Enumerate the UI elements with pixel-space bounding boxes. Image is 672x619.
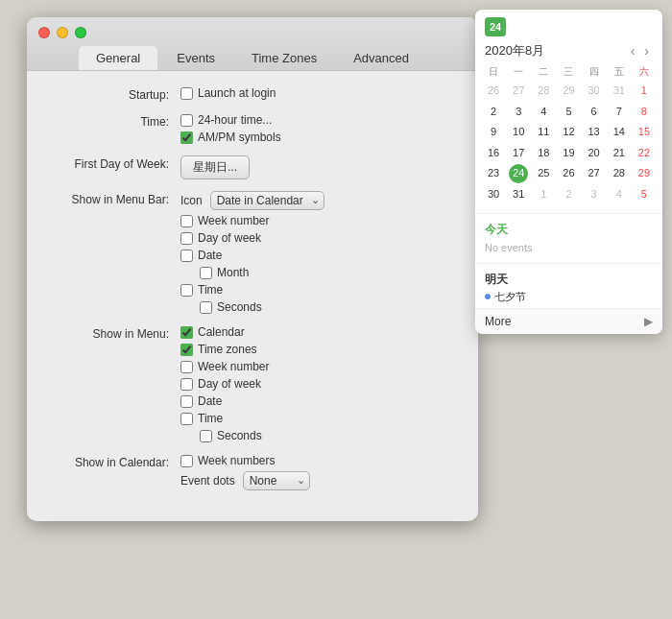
- cal-day[interactable]: 20: [582, 143, 607, 164]
- day-of-week-menubar-label: Day of week: [198, 231, 261, 245]
- cal-day[interactable]: 8: [632, 102, 657, 123]
- cal-day[interactable]: 4: [531, 102, 556, 123]
- calendar-menu-row: Calendar: [180, 325, 269, 339]
- cal-day[interactable]: 14: [607, 122, 632, 143]
- cal-day[interactable]: 10: [506, 122, 531, 143]
- close-button[interactable]: [38, 27, 50, 38]
- calendar-menu-checkbox[interactable]: [180, 326, 193, 339]
- date-menubar-checkbox[interactable]: [180, 250, 193, 262]
- maximize-button[interactable]: [75, 27, 86, 38]
- icon-select-wrapper: Icon Date in Calendar Date only Icon onl…: [180, 191, 324, 210]
- cal-day[interactable]: 30: [481, 184, 506, 205]
- cal-day[interactable]: 3: [506, 102, 531, 123]
- menu-bar-select[interactable]: Date in Calendar Date only Icon only: [210, 191, 324, 210]
- launch-at-login-checkbox[interactable]: [180, 87, 193, 100]
- cal-day[interactable]: 5: [556, 102, 581, 123]
- seconds-menu-checkbox[interactable]: [200, 430, 212, 442]
- tab-time-zones[interactable]: Time Zones: [234, 46, 334, 70]
- calendar-menu-label: Calendar: [198, 325, 245, 339]
- cal-tomorrow-section: 明天 七夕节: [475, 268, 662, 308]
- cal-next-button[interactable]: ›: [640, 43, 653, 59]
- event-dots-text: Event dots: [180, 474, 235, 488]
- show-menu-controls: Calendar Time zones Week number Day of w…: [180, 325, 269, 442]
- cal-day[interactable]: 22: [632, 143, 657, 164]
- cal-day[interactable]: 25: [531, 163, 556, 184]
- title-bar: General Events Time Zones Advanced: [27, 17, 478, 71]
- cal-day[interactable]: 31: [506, 184, 531, 205]
- date-menubar-label: Date: [198, 249, 222, 262]
- cal-day[interactable]: 27: [582, 163, 607, 184]
- cal-day[interactable]: 6: [582, 102, 607, 123]
- cal-day[interactable]: 7: [607, 102, 632, 123]
- time-label: Time:: [46, 113, 180, 129]
- minimize-button[interactable]: [57, 27, 68, 38]
- cal-day[interactable]: 5: [632, 184, 657, 205]
- cal-day[interactable]: 26: [481, 81, 506, 102]
- time-zones-menu-row: Time zones: [180, 343, 269, 356]
- cal-day[interactable]: 19: [556, 143, 581, 164]
- date-menu-checkbox[interactable]: [180, 395, 193, 408]
- seconds-menubar-label: Seconds: [217, 300, 262, 314]
- cal-more-row[interactable]: More ▶: [475, 308, 662, 334]
- cal-day[interactable]: 1: [531, 184, 556, 205]
- cal-day[interactable]: 3: [582, 184, 607, 205]
- cal-day[interactable]: 2: [481, 102, 506, 123]
- show-menu-bar-row: Show in Menu Bar: Icon Date in Calendar …: [46, 191, 459, 314]
- launch-at-login-row: Launch at login: [180, 86, 276, 100]
- cal-day[interactable]: 16: [481, 143, 506, 164]
- first-day-button[interactable]: 星期日...: [180, 155, 250, 179]
- cal-day[interactable]: 1: [632, 81, 657, 102]
- cal-header: 24 2020年8月 ‹ ›: [475, 10, 662, 65]
- event-dots-select[interactable]: None All Custom: [243, 471, 310, 490]
- cal-day[interactable]: 23: [481, 163, 506, 184]
- cal-day[interactable]: 2: [556, 184, 581, 205]
- cal-nav-buttons: ‹ ›: [627, 43, 653, 59]
- time-menubar-row: Time: [180, 283, 324, 297]
- week-number-menubar-checkbox[interactable]: [180, 215, 193, 227]
- tab-general[interactable]: General: [79, 46, 157, 70]
- seconds-menubar-checkbox[interactable]: [200, 301, 212, 314]
- cal-month-nav: 2020年8月 ‹ ›: [485, 40, 653, 61]
- week-number-menu-checkbox[interactable]: [180, 361, 193, 373]
- cal-day[interactable]: 4: [607, 184, 632, 205]
- cal-day[interactable]: 26: [556, 163, 581, 184]
- time-menu-checkbox[interactable]: [180, 413, 193, 425]
- cal-day[interactable]: 9: [481, 122, 506, 143]
- event-dots-select-container: None All Custom: [243, 471, 310, 490]
- cal-today-title: 今天: [485, 222, 653, 238]
- time-menu-row: Time: [180, 412, 269, 425]
- day-of-week-menu-checkbox[interactable]: [180, 378, 193, 391]
- cal-day[interactable]: 12: [556, 122, 581, 143]
- cal-day[interactable]: 29: [632, 163, 657, 184]
- cal-more-text: More: [485, 315, 511, 328]
- time-zones-menu-checkbox[interactable]: [180, 344, 193, 356]
- ampm-label: AM/PM symbols: [198, 131, 281, 144]
- cal-day[interactable]: 21: [607, 143, 632, 164]
- cal-day[interactable]: 18: [531, 143, 556, 164]
- tab-advanced[interactable]: Advanced: [336, 46, 426, 70]
- day-header-wed: 三: [556, 65, 581, 79]
- hour24-checkbox[interactable]: [180, 114, 193, 127]
- cal-day[interactable]: 11: [531, 122, 556, 143]
- time-menubar-label: Time: [198, 283, 223, 297]
- ampm-checkbox[interactable]: [180, 131, 193, 144]
- day-of-week-menubar-checkbox[interactable]: [180, 232, 193, 245]
- cal-day[interactable]: 29: [556, 81, 581, 102]
- cal-day[interactable]: 27: [506, 81, 531, 102]
- tab-events[interactable]: Events: [159, 46, 232, 70]
- calendar-widget: 24 2020年8月 ‹ › 日 一 二 三 四 五 六 26 27 28 29…: [475, 10, 662, 334]
- cal-day[interactable]: 30: [582, 81, 607, 102]
- cal-day[interactable]: 13: [582, 122, 607, 143]
- cal-day-today[interactable]: 24: [509, 164, 528, 183]
- cal-day[interactable]: 31: [607, 81, 632, 102]
- cal-day[interactable]: 15: [632, 122, 657, 143]
- cal-prev-button[interactable]: ‹: [627, 43, 639, 59]
- show-calendar-label: Show in Calendar:: [46, 454, 180, 469]
- cal-day[interactable]: 28: [531, 81, 556, 102]
- month-menubar-checkbox[interactable]: [200, 267, 212, 279]
- cal-day[interactable]: 17: [506, 143, 531, 164]
- icon-text: Icon: [180, 194, 203, 207]
- week-numbers-cal-checkbox[interactable]: [180, 455, 193, 467]
- time-menubar-checkbox[interactable]: [180, 284, 193, 297]
- cal-day[interactable]: 28: [607, 163, 632, 184]
